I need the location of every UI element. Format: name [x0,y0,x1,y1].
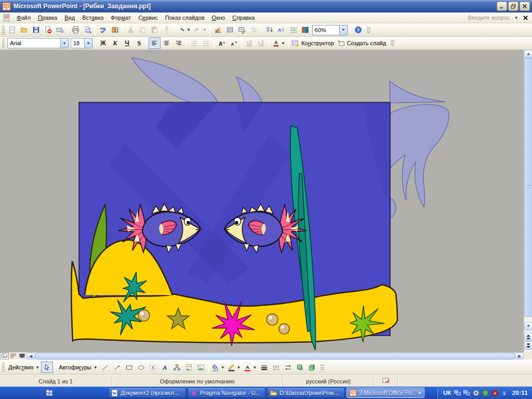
show-formatting-button[interactable]: A [275,24,287,36]
font-size-dropdown-icon[interactable]: ▼ [84,38,92,48]
document-icon[interactable] [3,14,11,22]
windows-flag-icon[interactable] [45,389,54,397]
font-color-dropdown-icon[interactable]: ▼ [281,41,286,46]
zoom-combo[interactable]: 60%▼ [312,25,348,35]
scroll-left-button[interactable]: ◀ [26,353,35,360]
horizontal-scroll-thumb[interactable] [35,353,515,360]
menu-insert[interactable]: Вставка [78,14,107,22]
menu-help[interactable]: Справка [229,14,258,22]
minimize-button[interactable] [497,2,507,11]
pearl[interactable] [138,310,150,321]
increase-indent-button[interactable] [255,37,267,49]
expand-all-button[interactable] [263,24,275,36]
scroll-down-button[interactable]: ▼ [524,322,532,330]
pearl[interactable] [267,314,278,325]
fill-color-button[interactable]: ▼ [210,362,227,373]
question-dropdown-icon[interactable]: ▾ [515,15,518,20]
line-style-button[interactable] [258,362,270,373]
select-objects-button[interactable] [41,362,53,373]
autoshapes-button[interactable]: Автофигуры▼ [57,362,99,373]
horizontal-scrollbar[interactable]: ◀ ▶ [26,352,524,360]
menu-slideshow[interactable]: Показ слайдов [162,14,208,22]
next-slide-button[interactable] [524,341,532,350]
3d-style-button[interactable] [306,362,318,373]
menu-file[interactable]: Файл [13,14,34,22]
taskbar-task[interactable]: Pragma Navigator - U... [188,388,265,398]
diagram-button[interactable] [171,362,183,373]
redo-button[interactable]: ▼ [192,24,208,36]
wordart-button[interactable]: A [159,362,171,373]
italic-button[interactable]: К [109,37,121,49]
print-preview-button[interactable] [82,24,94,36]
previous-slide-button[interactable] [524,333,532,341]
slide[interactable] [71,102,397,350]
menu-edit[interactable]: Правка [34,14,61,22]
draw-actions-dropdown-icon[interactable]: ▼ [35,365,40,370]
text-shadow-button[interactable]: S [133,37,145,49]
language-status[interactable]: русский (Россия) [283,377,374,386]
new-slide-button[interactable]: Создать слайд [336,37,388,49]
spelling-button[interactable]: ABC [97,24,109,36]
copy-button[interactable] [137,24,149,36]
insert-hyperlink-button[interactable] [248,24,260,36]
spellcheck-status[interactable] [374,377,398,386]
taskbar-task[interactable]: D:\Школа\Уроки\Pow... [267,388,345,398]
shield-tray-icon[interactable] [482,389,489,397]
insert-chart-button[interactable] [212,24,224,36]
text-box-button[interactable]: А [147,362,159,373]
close-button[interactable] [520,2,530,11]
arrow-button[interactable] [111,362,123,373]
slideshow-view-button[interactable] [18,352,26,360]
menu-window[interactable]: Окно [208,14,229,22]
clip-art-button[interactable] [183,362,195,373]
tables-and-borders-button[interactable] [236,24,248,36]
task-group-dropdown-icon[interactable]: ▼ [418,391,422,395]
align-center-button[interactable] [161,37,172,49]
align-right-button[interactable] [172,37,184,49]
rectangle-button[interactable] [123,362,135,373]
toolbar-options-chevron[interactable] [389,37,396,49]
help-button[interactable]: ? [352,24,364,36]
font-name-dropdown-icon[interactable]: ▼ [60,38,68,48]
font-color-button[interactable]: А▼ [271,37,287,49]
font-size-combo[interactable]: 18▼ [71,38,92,48]
align-left-button[interactable] [149,37,161,49]
draw-actions-button[interactable]: Действия▼ [6,362,41,373]
menubar-close-icon[interactable]: ✕ [523,14,528,22]
toolbar-options-chevron[interactable] [319,362,326,373]
taskbar-task[interactable]: WДокумент2 (просмот... [108,388,186,398]
insert-picture-button[interactable] [195,362,207,373]
toolbar-options-chevron[interactable] [365,24,372,36]
line-button[interactable] [99,362,111,373]
show-grid-button[interactable] [287,24,299,36]
line-color-button[interactable]: ▼ [227,362,243,373]
cut-button[interactable] [125,24,137,36]
menu-tools[interactable]: Сервис [135,14,162,22]
slide-canvas[interactable] [0,50,524,352]
new-button[interactable] [6,24,18,36]
network-tray-icon[interactable] [454,389,461,397]
bullets-button[interactable] [200,37,212,49]
print-button[interactable] [70,24,82,36]
underline-button[interactable]: Ч [121,37,133,49]
taskbar-task[interactable]: 3 Microsoft Office Po...▼ [347,388,424,398]
redo-dropdown-icon[interactable]: ▼ [202,28,207,32]
slide-sorter-view-button[interactable] [9,352,18,360]
menu-view[interactable]: Вид [61,14,78,22]
format-painter-button[interactable] [161,24,172,36]
toolbar-drag-handle[interactable] [2,25,5,35]
save-button[interactable] [30,24,42,36]
oval-button[interactable] [135,362,147,373]
ask-question-input[interactable]: Введите вопрос [468,15,510,21]
arrow-style-button[interactable] [282,362,294,373]
insert-table-button[interactable] [224,24,236,36]
permission-button[interactable] [42,24,54,36]
color-grayscale-button[interactable] [299,24,311,36]
restore-button[interactable] [508,2,518,11]
font-color-draw-dropdown-icon[interactable]: ▼ [252,365,258,370]
line-color-dropdown-icon[interactable]: ▼ [236,365,242,370]
language-indicator[interactable]: UK [443,390,451,396]
dash-style-button[interactable] [270,362,282,373]
increase-font-size-button[interactable]: А [216,37,228,49]
design-button[interactable]: Конструктор [290,37,336,49]
